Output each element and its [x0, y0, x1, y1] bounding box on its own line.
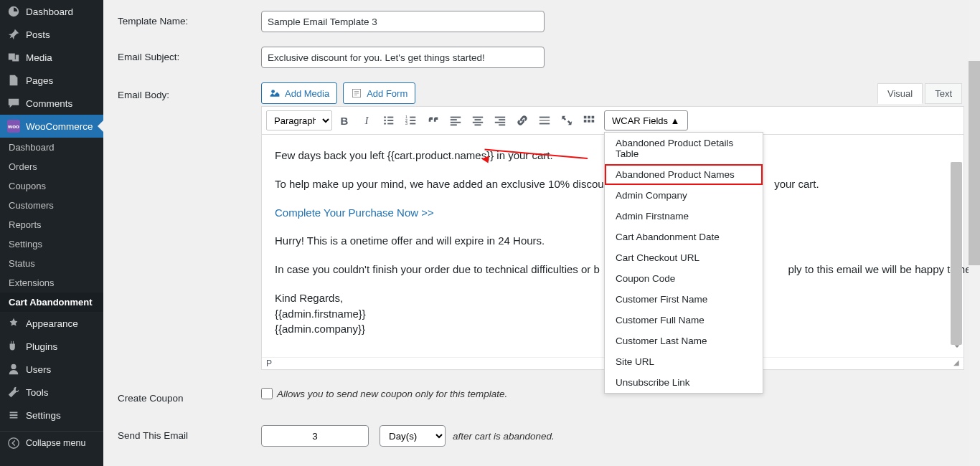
submenu-settings[interactable]: Settings [0, 234, 103, 254]
status-path: P [266, 358, 272, 368]
svg-rect-21 [473, 122, 483, 123]
align-left-button[interactable] [446, 110, 466, 130]
submenu-customers[interactable]: Customers [0, 196, 103, 215]
add-media-button[interactable]: Add Media [261, 82, 337, 104]
submenu-orders[interactable]: Orders [0, 157, 103, 176]
sidebar-item-media[interactable]: Media [0, 46, 103, 69]
sidebar-item-plugins[interactable]: Plugins [0, 335, 103, 358]
collapse-menu[interactable]: Collapse menu [0, 432, 103, 455]
wcar-item-5[interactable]: Cart Checkout URL [605, 247, 763, 268]
wcar-fields-button[interactable]: WCAR Fields ▲ [604, 110, 688, 130]
sidebar-item-dashboard[interactable]: Dashboard [0, 0, 103, 23]
more-button[interactable] [534, 110, 555, 130]
send-email-label: Send This Email [118, 425, 261, 441]
email-subject-input[interactable] [261, 47, 545, 68]
svg-rect-10 [410, 117, 415, 118]
wcar-item-3[interactable]: Admin Firstname [605, 206, 763, 227]
wcar-item-1[interactable]: Abandoned Product Names [605, 164, 763, 185]
sidebar-item-pages[interactable]: Pages [0, 69, 103, 92]
sidebar-item-comments[interactable]: Comments [0, 92, 103, 115]
sidebar-item-label: Plugins [26, 341, 57, 352]
svg-rect-17 [451, 122, 461, 123]
submenu-extensions[interactable]: Extensions [0, 273, 103, 293]
media-icon [269, 87, 281, 99]
template-name-input[interactable] [261, 11, 545, 32]
svg-rect-23 [495, 117, 505, 118]
sidebar-item-appearance[interactable]: Appearance [0, 312, 103, 335]
chevron-down-icon[interactable] [952, 340, 962, 356]
send-email-unit-select[interactable]: Day(s) [380, 425, 446, 447]
wcar-item-8[interactable]: Customer Full Name [605, 310, 763, 331]
svg-rect-19 [473, 117, 483, 118]
admin-sidebar: Dashboard Posts Media Pages Comments woo… [0, 0, 103, 466]
bold-button[interactable]: B [334, 110, 354, 130]
tab-text[interactable]: Text [925, 83, 962, 104]
page-scroll-track [969, 0, 980, 466]
resize-handle-icon[interactable]: ◢ [953, 358, 959, 368]
wcar-item-4[interactable]: Cart Abandonment Date [605, 227, 763, 247]
svg-rect-14 [410, 123, 415, 125]
fullscreen-button[interactable] [557, 110, 577, 130]
svg-rect-25 [495, 122, 505, 123]
bullet-list-button[interactable] [379, 110, 399, 130]
form-icon [351, 87, 362, 99]
submenu-reports[interactable]: Reports [0, 215, 103, 234]
sidebar-item-settings[interactable]: Settings [0, 404, 103, 427]
wcar-item-10[interactable]: Site URL [605, 351, 763, 372]
wcar-fields-menu: Abandoned Product Details Table Abandone… [604, 132, 763, 394]
submenu-dashboard[interactable]: Dashboard [0, 138, 103, 157]
svg-rect-15 [451, 117, 461, 118]
wcar-item-2[interactable]: Admin Company [605, 185, 763, 206]
submenu-cart-abandonment[interactable]: Cart Abandonment [0, 293, 103, 312]
sidebar-item-users[interactable]: Users [0, 358, 103, 381]
page-scroll-thumb[interactable] [969, 61, 980, 265]
row-email-subject: Email Subject: [118, 47, 964, 68]
svg-point-7 [384, 123, 386, 125]
svg-point-1 [271, 90, 275, 93]
add-form-label: Add Form [367, 88, 407, 99]
editor-scroll-thumb[interactable] [951, 162, 962, 345]
italic-button[interactable]: I [357, 110, 377, 130]
sidebar-item-posts[interactable]: Posts [0, 23, 103, 46]
tab-visual[interactable]: Visual [877, 83, 923, 104]
align-right-button[interactable] [490, 110, 510, 130]
sidebar-submenu: Dashboard Orders Coupons Customers Repor… [0, 138, 103, 312]
annotation-arrow-head [481, 156, 489, 163]
sidebar-item-label: WooCommerce [26, 121, 93, 132]
email-body-label: Email Body: [118, 82, 261, 100]
svg-rect-22 [475, 124, 481, 125]
svg-rect-29 [540, 123, 550, 125]
wcar-item-9[interactable]: Customer Last Name [605, 331, 763, 351]
svg-rect-18 [451, 124, 457, 125]
add-form-button[interactable]: Add Form [343, 82, 415, 104]
quote-button[interactable] [423, 110, 443, 130]
link-button[interactable] [512, 110, 532, 130]
send-email-value-input[interactable] [261, 425, 369, 447]
editor-toolbar: Paragraph B I 123 WCAR Fields ▲ [262, 107, 963, 135]
wcar-item-7[interactable]: Customer First Name [605, 289, 763, 310]
collapse-label: Collapse menu [26, 438, 85, 448]
sidebar-item-label: Pages [26, 75, 53, 86]
pin-icon [7, 28, 20, 41]
create-coupon-checkbox[interactable] [261, 388, 273, 399]
body-link[interactable]: Complete Your Purchase Now >> [275, 206, 434, 219]
svg-rect-33 [584, 120, 587, 123]
wcar-item-11[interactable]: Unsubscribe Link [605, 372, 763, 393]
body-paragraph: Kind Regards, [275, 292, 343, 304]
sidebar-item-woocommerce[interactable]: woo WooCommerce [0, 115, 103, 138]
woo-icon: woo [7, 120, 20, 133]
format-select[interactable]: Paragraph [266, 110, 332, 130]
toolbar-toggle-button[interactable] [579, 110, 599, 130]
submenu-status[interactable]: Status [0, 254, 103, 273]
align-center-button[interactable] [468, 110, 488, 130]
wcar-item-0[interactable]: Abandoned Product Details Table [605, 133, 763, 164]
wcar-item-6[interactable]: Coupon Code [605, 268, 763, 289]
svg-rect-31 [588, 116, 590, 119]
svg-rect-30 [584, 116, 587, 119]
svg-rect-4 [387, 117, 393, 118]
submenu-coupons[interactable]: Coupons [0, 176, 103, 196]
sidebar-item-label: Users [26, 364, 51, 375]
sidebar-item-tools[interactable]: Tools [0, 381, 103, 404]
number-list-button[interactable]: 123 [401, 110, 421, 130]
svg-point-3 [384, 116, 386, 118]
